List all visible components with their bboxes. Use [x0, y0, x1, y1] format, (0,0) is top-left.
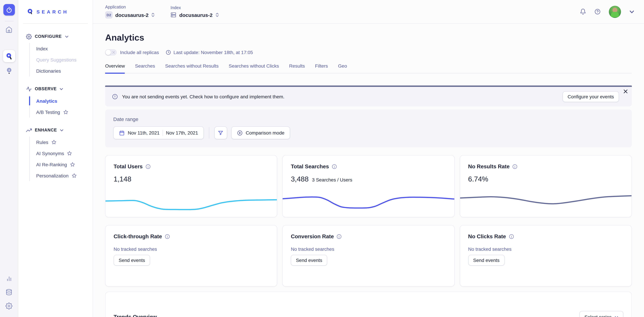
card-value: 3,488: [291, 175, 309, 183]
home-icon[interactable]: [6, 26, 12, 33]
logo-text: SEARCH: [36, 9, 69, 14]
empty-state-text: No tracked searches: [468, 246, 624, 252]
events-banner: You are not sending events yet. Check ho…: [105, 86, 632, 106]
include-replicas-toggle[interactable]: [105, 49, 117, 56]
page-content: Analytics Include all replicas Last upda…: [93, 24, 644, 317]
nav-header-label: CONFIGURE: [35, 34, 62, 39]
index-label: Index: [170, 6, 219, 10]
configure-events-button[interactable]: Configure your events: [562, 91, 619, 102]
nav-group-observe: OBSERVE Analytics A/B Testing: [18, 85, 93, 118]
calendar-icon: [119, 130, 125, 136]
sidebar-item-index[interactable]: Index: [30, 43, 93, 54]
help-icon[interactable]: [594, 8, 601, 15]
topbar: Application D2 docusaurus-2 Index: [93, 0, 644, 24]
card-subtitle: 3 Searches / Users: [312, 177, 352, 182]
tab-searches-without-results[interactable]: Searches without Results: [165, 63, 218, 74]
rail-bottom-group: [6, 275, 12, 310]
send-events-button[interactable]: Send events: [291, 255, 328, 266]
page-meta-row: Include all replicas Last update: Novemb…: [105, 49, 632, 56]
star-icon: [67, 151, 72, 156]
date-separator: [162, 130, 163, 136]
rail-divider: [4, 21, 13, 21]
last-update: Last update: November 18th, at 17:05: [166, 50, 253, 55]
toggle-knob: [106, 50, 111, 55]
chevron-down-icon: [614, 315, 618, 317]
nav-header-observe[interactable]: OBSERVE: [18, 85, 93, 93]
nav-header-enhance[interactable]: ENHANCE: [18, 126, 93, 134]
info-icon[interactable]: [512, 164, 518, 169]
search-logo[interactable]: SEARCH: [18, 0, 93, 23]
chevron-down-icon: [65, 35, 68, 38]
star-icon: [63, 110, 68, 114]
close-icon[interactable]: [624, 89, 628, 94]
sidebar-item-personalization[interactable]: Personalization: [30, 170, 93, 181]
tabs: Overview Searches Searches without Resul…: [105, 63, 632, 73]
bell-icon[interactable]: [580, 8, 586, 15]
index-selector: Index docusaurus-2: [170, 6, 219, 18]
sidebar-nav: CONFIGURE Index Query Suggestions Dictio…: [18, 24, 93, 190]
application-select[interactable]: D2 docusaurus-2: [105, 11, 155, 18]
total-users-sparkline: [106, 189, 277, 214]
main-area: Application D2 docusaurus-2 Index: [93, 0, 644, 317]
total-searches-sparkline: [283, 189, 454, 214]
info-icon[interactable]: [508, 234, 514, 239]
toggle-x-icon: [112, 51, 115, 54]
card-title: No Clicks Rate: [468, 234, 506, 240]
sidebar-item-rules[interactable]: Rules: [30, 136, 93, 148]
sidebar-item-ai-re-ranking[interactable]: AI Re-Ranking: [30, 159, 93, 170]
lightbulb-icon[interactable]: [5, 67, 13, 75]
card-title: No Results Rate: [468, 164, 510, 170]
date-end: Nov 17th, 2021: [166, 130, 198, 136]
gear-icon[interactable]: [6, 302, 12, 310]
search-rail-active-item[interactable]: [3, 50, 15, 62]
date-start: Nov 11th, 2021: [128, 130, 160, 136]
sidebar-item-analytics[interactable]: Analytics: [30, 95, 93, 106]
info-icon[interactable]: [145, 164, 151, 169]
send-events-button[interactable]: Send events: [468, 255, 504, 266]
trends-overview-card: Trends Overview Select series: [105, 292, 632, 317]
include-replicas-label: Include all replicas: [120, 50, 159, 55]
search-pin-icon: [5, 52, 13, 60]
controls-divider: [209, 127, 209, 138]
send-events-button[interactable]: Send events: [114, 255, 150, 266]
account-chevron-down-icon[interactable]: [629, 9, 634, 14]
tab-results[interactable]: Results: [289, 63, 305, 74]
app-logo-tile[interactable]: [3, 4, 15, 16]
nav-header-configure[interactable]: CONFIGURE: [18, 32, 93, 40]
info-icon: [112, 94, 118, 100]
card-value: 1,148: [114, 175, 131, 183]
tab-searches-without-clicks[interactable]: Searches without Clicks: [229, 63, 279, 74]
tab-searches[interactable]: Searches: [135, 63, 155, 74]
database-icon[interactable]: [6, 288, 12, 296]
bar-chart-icon[interactable]: [6, 275, 12, 282]
sidebar-item-query-suggestions[interactable]: Query Suggestions: [30, 54, 93, 65]
comparison-mode-label: Comparison mode: [246, 130, 284, 136]
star-icon: [70, 162, 75, 167]
card-value: 6.74%: [468, 175, 488, 183]
date-range-panel: Date range Nov 11th, 2021 Nov 17th, 2021: [105, 110, 632, 147]
sidebar-item-dictionaries[interactable]: Dictionaries: [30, 65, 93, 76]
no-results-rate-sparkline: [460, 189, 632, 214]
select-series-label: Select series: [584, 314, 612, 317]
select-series-button[interactable]: Select series: [580, 311, 624, 317]
info-icon[interactable]: [336, 234, 342, 239]
tab-overview[interactable]: Overview: [105, 63, 125, 74]
trends-title: Trends Overview: [114, 314, 157, 317]
filter-button[interactable]: [214, 126, 227, 139]
screen: SEARCH CONFIGURE: [0, 0, 644, 317]
nav-header-label: ENHANCE: [35, 128, 57, 132]
sidebar-item-ab-testing[interactable]: A/B Testing: [30, 106, 93, 118]
info-icon[interactable]: [165, 234, 170, 239]
date-range-label: Date range: [113, 116, 624, 122]
index-select[interactable]: docusaurus-2: [170, 12, 219, 18]
empty-state-text: No tracked searches: [291, 246, 446, 252]
comparison-mode-button[interactable]: Comparison mode: [231, 126, 290, 139]
info-icon[interactable]: [332, 164, 337, 169]
sidebar-item-ai-synonyms[interactable]: AI Synonyms: [30, 148, 93, 159]
topbar-right: [580, 6, 634, 18]
tab-geo[interactable]: Geo: [338, 63, 347, 74]
avatar[interactable]: [609, 6, 621, 18]
tab-filters[interactable]: Filters: [315, 63, 328, 74]
date-range-button[interactable]: Nov 11th, 2021 Nov 17th, 2021: [113, 126, 204, 139]
application-name: docusaurus-2: [115, 12, 148, 18]
